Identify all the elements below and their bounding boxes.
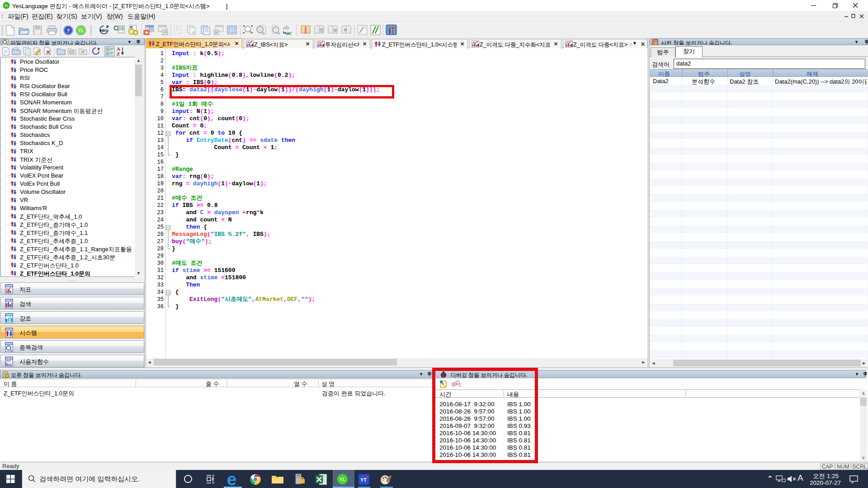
svg-text:ac: ac [286, 29, 292, 36]
svg-text:f(x): f(x) [5, 362, 12, 366]
svg-text:ABC: ABC [99, 28, 108, 33]
svg-text:YL: YL [339, 477, 345, 482]
svg-text:*: * [364, 26, 366, 31]
svg-text:YL: YL [78, 28, 84, 33]
svg-text:Z: Z [117, 51, 120, 56]
svg-text:YT: YT [360, 477, 367, 483]
svg-text:YL: YL [5, 4, 9, 7]
svg-text:?: ? [67, 27, 70, 34]
